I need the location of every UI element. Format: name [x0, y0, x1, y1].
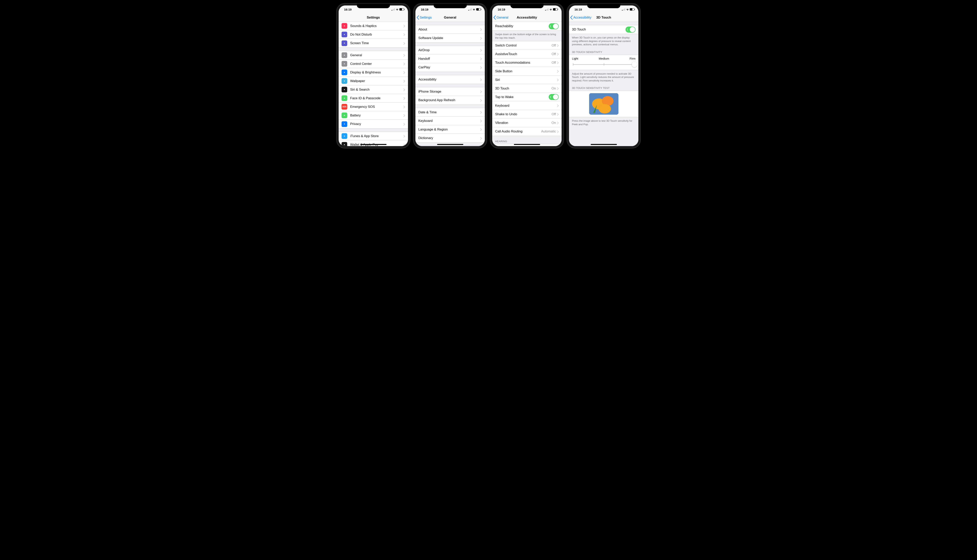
settings-row[interactable]: •Wallpaper: [338, 77, 408, 85]
settings-row[interactable]: VibrationOn: [492, 118, 562, 127]
settings-row[interactable]: About: [415, 25, 485, 34]
chevron-right-icon: [480, 99, 482, 102]
battery-icon: [553, 8, 558, 10]
row-icon: •: [342, 133, 347, 139]
settings-row[interactable]: AssistiveTouchOff: [492, 50, 562, 58]
svg-rect-14: [624, 9, 624, 10]
sensitivity-slider[interactable]: [573, 62, 634, 67]
settings-row[interactable]: •Wallet & Apple Pay: [338, 140, 408, 146]
home-indicator[interactable]: [591, 144, 617, 145]
slider-labels: Light Medium Firm: [569, 57, 639, 61]
settings-row[interactable]: Side Button: [492, 67, 562, 76]
back-button[interactable]: Accessibility: [570, 15, 592, 20]
group-sensitivity: Light Medium Firm: [569, 55, 639, 70]
toggle-3dtouch[interactable]: [625, 27, 635, 33]
settings-row[interactable]: iTunes Wi-Fi Sync: [415, 146, 485, 146]
chevron-right-icon: [557, 61, 559, 64]
settings-row[interactable]: SOSEmergency SOS: [338, 103, 408, 111]
chevron-right-icon: [403, 63, 405, 65]
status-icons: [392, 8, 404, 10]
settings-row[interactable]: Shake to UndoOff: [492, 110, 562, 118]
back-button[interactable]: Settings: [417, 15, 432, 20]
battery-icon: [630, 8, 634, 10]
row-label: Side Button: [495, 69, 557, 73]
settings-row[interactable]: •Privacy: [338, 120, 408, 128]
svg-rect-4: [468, 10, 469, 10]
settings-row[interactable]: Call Audio RoutingAutomatic: [492, 127, 562, 136]
svg-rect-10: [547, 9, 547, 10]
chevron-right-icon: [557, 87, 559, 90]
settings-row[interactable]: Date & Time: [415, 108, 485, 117]
settings-row[interactable]: Handoff: [415, 55, 485, 63]
row-icon: •: [342, 32, 347, 37]
settings-row[interactable]: Switch ControlOff: [492, 41, 562, 50]
settings-row[interactable]: Touch AccommodationsOff: [492, 58, 562, 67]
slider-thumb[interactable]: [632, 62, 637, 67]
toggle[interactable]: [549, 23, 559, 29]
settings-row[interactable]: Tap to Wake: [492, 93, 562, 102]
content-scroll[interactable]: 3D Touch When 3D Touch is on, you can pr…: [569, 22, 639, 146]
settings-row[interactable]: •Screen Time: [338, 39, 408, 47]
group-reachability: Reachability: [492, 22, 562, 31]
home-indicator[interactable]: [514, 144, 540, 145]
screen: 16:19 General Accessibility Reachability…: [492, 5, 562, 146]
row-label: Shake to Undo: [495, 112, 552, 116]
row-3dtouch-toggle[interactable]: 3D Touch: [569, 25, 639, 34]
settings-row[interactable]: •iTunes & App Store: [338, 132, 408, 140]
row-value: Off: [552, 61, 556, 65]
settings-row[interactable]: AirDrop: [415, 46, 485, 55]
settings-row[interactable]: Keyboard: [415, 117, 485, 125]
settings-row[interactable]: •Battery: [338, 111, 408, 120]
row-icon: •: [342, 40, 347, 46]
row-label: iPhone Storage: [418, 90, 480, 93]
settings-row[interactable]: Reachability: [492, 22, 562, 30]
settings-row[interactable]: •General: [338, 51, 408, 60]
settings-row[interactable]: •Control Center: [338, 60, 408, 68]
settings-row[interactable]: Language & Region: [415, 125, 485, 134]
home-indicator[interactable]: [360, 144, 387, 145]
settings-row[interactable]: •Sounds & Haptics: [338, 22, 408, 30]
settings-row[interactable]: •Siri & Search: [338, 85, 408, 94]
row-icon: •: [342, 121, 347, 127]
row-icon: •: [342, 87, 347, 92]
group-3dtouch-toggle: 3D Touch: [569, 25, 639, 34]
page-title: Settings: [367, 16, 380, 20]
row-icon: •: [342, 70, 347, 75]
settings-row[interactable]: 3D TouchOn: [492, 84, 562, 93]
page-title: Accessibility: [517, 16, 537, 20]
home-indicator[interactable]: [437, 144, 463, 145]
battery-icon: [476, 8, 481, 10]
settings-row[interactable]: Dictionary: [415, 134, 485, 142]
content-scroll[interactable]: ReachabilitySwipe down on the bottom edg…: [492, 22, 562, 146]
content-scroll[interactable]: AboutSoftware UpdateAirDropHandoffCarPla…: [415, 22, 485, 146]
settings-row[interactable]: CarPlay: [415, 63, 485, 72]
content-scroll[interactable]: •Sounds & Haptics•Do Not Disturb•Screen …: [338, 22, 408, 146]
wifi-icon: [626, 8, 629, 10]
settings-row[interactable]: Background App Refresh: [415, 96, 485, 105]
chevron-right-icon: [480, 90, 482, 93]
battery-icon: [399, 8, 404, 10]
row-icon: •: [342, 61, 347, 67]
status-icons: [468, 8, 481, 10]
chevron-right-icon: [480, 57, 482, 60]
phone-accessibility: 16:19 General Accessibility Reachability…: [490, 3, 564, 148]
test-image[interactable]: [589, 93, 619, 115]
settings-row[interactable]: Software Update: [415, 34, 485, 42]
settings-row[interactable]: iPhone Storage: [415, 87, 485, 96]
settings-row[interactable]: Siri: [492, 76, 562, 84]
toggle[interactable]: [549, 94, 559, 100]
row-label: Background App Refresh: [418, 98, 480, 102]
settings-row[interactable]: •Do Not Disturb: [338, 30, 408, 39]
slider-label-light: Light: [572, 57, 579, 60]
chevron-left-icon: [570, 15, 573, 20]
settings-row[interactable]: •Face ID & Passcode: [338, 94, 408, 103]
settings-row[interactable]: •Display & Brightness: [338, 68, 408, 77]
row-label: CarPlay: [418, 65, 480, 69]
chevron-right-icon: [480, 120, 482, 122]
row-label: AssistiveTouch: [495, 52, 552, 56]
back-button[interactable]: General: [494, 15, 508, 20]
settings-row[interactable]: Keyboard: [492, 102, 562, 110]
settings-group: iTunes Wi-Fi Sync: [415, 146, 485, 146]
settings-row[interactable]: Accessibility: [415, 75, 485, 84]
svg-rect-11: [548, 8, 549, 10]
